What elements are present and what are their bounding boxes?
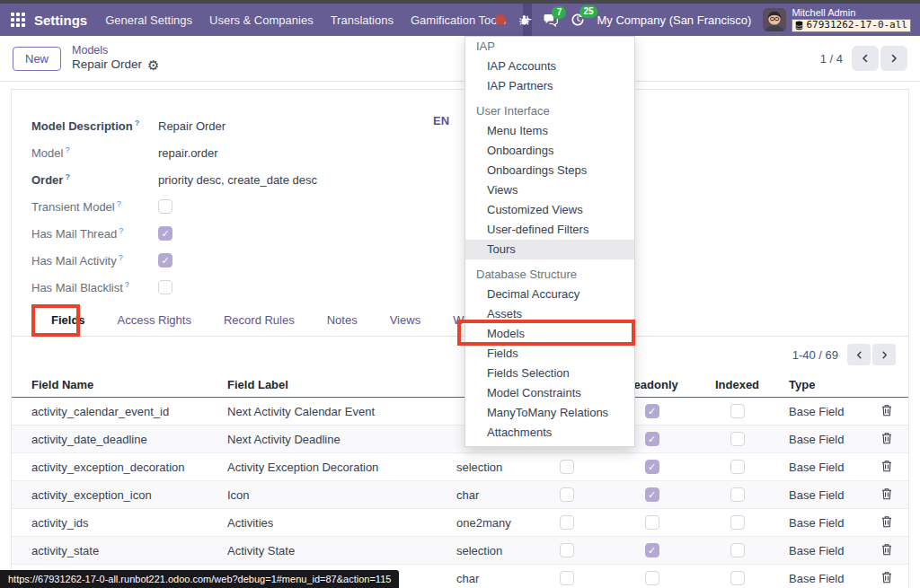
trash-icon[interactable] — [881, 460, 892, 475]
menu-item-manytomany-relations[interactable]: ManyToMany Relations — [465, 403, 634, 423]
help-question-icon[interactable]: ? — [117, 199, 121, 208]
menu-item-onboardings[interactable]: Onboardings — [465, 141, 634, 161]
field-checkbox-transient-model[interactable] — [158, 199, 172, 214]
menu-item-assets[interactable]: Assets — [465, 304, 634, 324]
trash-icon[interactable] — [881, 404, 892, 419]
list-pager-previous-button[interactable] — [847, 344, 871, 365]
help-question-icon[interactable]: ? — [119, 226, 123, 235]
required-cell — [524, 543, 609, 557]
indexed-checkbox[interactable] — [730, 404, 745, 418]
top-menu-gamification-tools[interactable]: Gamification Tools — [411, 13, 506, 27]
messages-icon[interactable]: 7 — [543, 13, 559, 27]
field-checkbox-has-mail-activity[interactable]: ✓ — [158, 253, 172, 268]
tab-notes[interactable]: Notes — [314, 304, 370, 336]
help-question-icon[interactable]: ? — [65, 172, 70, 181]
required-checkbox[interactable] — [560, 460, 574, 474]
indexed-checkbox[interactable] — [730, 543, 745, 557]
field-type-cell: char — [456, 572, 524, 585]
list-pager-next-button[interactable] — [872, 344, 896, 365]
menu-section-user-interface: User InterfaceMenu ItemsOnboardingsOnboa… — [465, 101, 634, 259]
table-row[interactable]: activity_exception_iconIconchar✓Base Fie… — [12, 481, 908, 509]
pager-previous-button[interactable] — [852, 46, 879, 71]
pager-next-button[interactable] — [880, 46, 907, 71]
help-question-icon[interactable]: ? — [119, 253, 123, 262]
apps-grid-icon[interactable] — [11, 13, 25, 27]
breadcrumb-models-link[interactable]: Models — [72, 44, 159, 58]
record-indicator-icon — [495, 14, 506, 25]
readonly-cell: ✓ — [609, 543, 694, 557]
menu-item-user-defined-filters[interactable]: User-defined Filters — [465, 220, 634, 240]
activities-clock-icon[interactable]: 25 — [571, 13, 585, 27]
required-checkbox[interactable] — [560, 515, 574, 530]
field-value-model[interactable]: repair.order — [158, 146, 217, 160]
menu-item-customized-views[interactable]: Customized Views — [465, 200, 634, 220]
field-label-model-description: Model Description? — [31, 118, 158, 133]
readonly-checkbox[interactable] — [645, 515, 659, 530]
gear-icon[interactable]: ⚙ — [147, 58, 159, 72]
field-value-model-description[interactable]: Repair Order — [158, 119, 226, 133]
readonly-checkbox[interactable]: ✓ — [645, 543, 659, 557]
field-checkbox-has-mail-blacklist[interactable] — [158, 280, 172, 294]
table-row[interactable]: activity_stateActivity Stateselection✓Ba… — [12, 537, 908, 565]
menu-item-iap-accounts[interactable]: IAP Accounts — [465, 57, 634, 76]
database-name: 67931262-17-0-all — [806, 20, 907, 31]
top-menu-translations[interactable]: Translations — [331, 13, 394, 27]
menu-item-views[interactable]: Views — [465, 180, 634, 200]
menu-item-fields[interactable]: Fields — [465, 344, 634, 364]
required-checkbox[interactable] — [560, 487, 574, 502]
trash-icon[interactable] — [881, 543, 892, 558]
top-menu-general-settings[interactable]: General Settings — [105, 13, 192, 27]
menu-item-attachments[interactable]: Attachments — [465, 423, 634, 443]
table-row[interactable]: activity_calendar_event_idNext Activity … — [12, 398, 908, 426]
readonly-checkbox[interactable] — [645, 571, 659, 585]
menu-section-iap: IAPIAP AccountsIAP Partners — [465, 37, 634, 96]
menu-item-decimal-accuracy[interactable]: Decimal Accuracy — [465, 285, 634, 304]
language-badge[interactable]: EN — [433, 114, 449, 127]
trash-icon[interactable] — [881, 487, 892, 503]
readonly-checkbox[interactable]: ✓ — [645, 487, 659, 502]
company-switcher[interactable]: My Company (San Francisco) — [597, 13, 751, 27]
field-name-cell: activity_calendar_event_id — [12, 405, 227, 418]
indexed-checkbox[interactable] — [730, 515, 745, 530]
indexed-checkbox[interactable] — [730, 460, 745, 474]
tab-fields[interactable]: Fields — [39, 304, 98, 336]
field-label-cell: Activities — [227, 516, 456, 530]
readonly-checkbox[interactable]: ✓ — [645, 460, 659, 474]
table-row[interactable]: activity_exception_decorationActivity Ex… — [12, 453, 908, 481]
readonly-checkbox[interactable]: ✓ — [645, 404, 659, 418]
user-menu[interactable]: Mitchell Admin 67931262-17-0-all — [763, 7, 911, 31]
tab-access-rights[interactable]: Access Rights — [105, 304, 204, 336]
trash-icon[interactable] — [881, 571, 892, 586]
help-question-icon[interactable]: ? — [125, 280, 129, 289]
readonly-checkbox[interactable]: ✓ — [645, 432, 659, 446]
required-checkbox[interactable] — [560, 543, 574, 557]
field-value-order[interactable]: priority desc, create_date desc — [158, 173, 317, 187]
help-question-icon[interactable]: ? — [65, 145, 69, 154]
help-question-icon[interactable]: ? — [135, 118, 140, 127]
table-row[interactable]: activity_date_deadlineNext Activity Dead… — [12, 426, 908, 453]
tab-record-rules[interactable]: Record Rules — [211, 304, 307, 336]
delete-cell — [865, 571, 908, 586]
menu-item-onboardings-steps[interactable]: Onboardings Steps — [465, 161, 634, 180]
menu-item-models[interactable]: Models — [465, 324, 634, 344]
top-menu-users-companies[interactable]: Users & Companies — [209, 13, 314, 27]
trash-icon[interactable] — [881, 515, 892, 531]
menu-item-fields-selection[interactable]: Fields Selection — [465, 364, 634, 383]
debug-bug-icon[interactable] — [518, 13, 531, 27]
field-type-cell: selection — [456, 461, 524, 474]
tab-views[interactable]: Views — [377, 304, 433, 336]
indexed-checkbox[interactable] — [730, 432, 745, 446]
menu-item-iap-partners[interactable]: IAP Partners — [465, 76, 634, 96]
field-type-cell: char — [456, 488, 524, 502]
menu-item-menu-items[interactable]: Menu Items — [465, 121, 634, 141]
trash-icon[interactable] — [881, 432, 892, 447]
app-name[interactable]: Settings — [34, 13, 87, 28]
new-button[interactable]: New — [13, 47, 61, 71]
indexed-checkbox[interactable] — [730, 571, 745, 585]
required-checkbox[interactable] — [560, 571, 574, 585]
field-checkbox-has-mail-thread[interactable]: ✓ — [158, 226, 172, 241]
menu-item-tours[interactable]: Tours — [465, 240, 634, 259]
table-row[interactable]: activity_idsActivitiesone2manyBase Field — [12, 509, 908, 537]
menu-item-model-constraints[interactable]: Model Constraints — [465, 383, 634, 403]
indexed-checkbox[interactable] — [730, 487, 745, 502]
